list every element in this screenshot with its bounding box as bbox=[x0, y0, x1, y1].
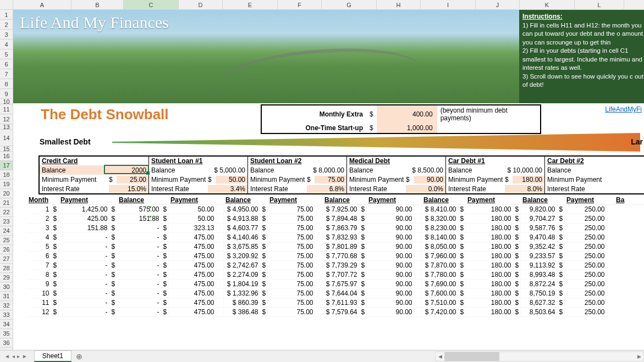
column-header[interactable]: E bbox=[223, 0, 278, 9]
schedule-cell[interactable]: 180.00 bbox=[465, 214, 514, 224]
schedule-cell[interactable]: 75.00 bbox=[267, 261, 316, 270]
schedule-cell[interactable]: $ 7,801.89 bbox=[322, 242, 360, 252]
schedule-cell[interactable]: 1 bbox=[26, 205, 52, 214]
schedule-row[interactable]: 11$-$-$475.00$ 860.39$75.00$ 7,611.93$90… bbox=[26, 298, 644, 308]
schedule-cell[interactable]: 180.00 bbox=[465, 261, 514, 270]
row-header[interactable]: 3 bbox=[0, 30, 13, 40]
row-header[interactable]: 36 bbox=[0, 338, 13, 348]
currency-symbol[interactable]: $ bbox=[110, 280, 117, 289]
schedule-cell[interactable]: 75.00 bbox=[267, 242, 316, 252]
currency-symbol[interactable]: $ bbox=[459, 233, 465, 242]
schedule-cell[interactable]: 75.00 bbox=[267, 280, 316, 289]
currency-symbol[interactable]: $ bbox=[360, 242, 366, 252]
monthly-extra-input[interactable]: 400.00 bbox=[377, 105, 437, 123]
schedule-cell[interactable]: $ 860.39 bbox=[223, 298, 261, 308]
schedule-row[interactable]: 12$-$-$475.00$ 386.48$75.00$ 7,579.64$90… bbox=[26, 308, 644, 317]
schedule-cell[interactable] bbox=[415, 242, 421, 252]
schedule-cell[interactable]: 475.00 bbox=[168, 280, 217, 289]
schedule-cell[interactable] bbox=[316, 242, 322, 252]
currency-symbol[interactable]: $ bbox=[261, 308, 267, 317]
currency-symbol[interactable]: $ bbox=[514, 280, 520, 289]
schedule-cell[interactable]: 90.00 bbox=[366, 233, 415, 242]
currency-symbol[interactable]: $ bbox=[110, 205, 117, 214]
schedule-row[interactable]: 2$425.00$151.88$50.00$ 4,913.88$75.00$ 7… bbox=[26, 214, 644, 224]
row-header[interactable]: 18 bbox=[0, 170, 13, 180]
currency-symbol[interactable]: $ bbox=[558, 242, 564, 252]
schedule-cell[interactable]: $ 7,739.29 bbox=[322, 261, 360, 270]
horizontal-scrollbar[interactable]: ◀ ▶ bbox=[435, 352, 644, 361]
tab-nav-first-icon[interactable]: ◄ bbox=[4, 353, 10, 359]
schedule-cell[interactable] bbox=[415, 270, 421, 280]
balance-value[interactable]: $ 10,000.00 bbox=[505, 166, 544, 174]
currency-symbol[interactable]: $ bbox=[261, 280, 267, 289]
schedule-cell[interactable] bbox=[217, 214, 223, 224]
schedule-cell[interactable]: $ 7,960.00 bbox=[421, 252, 459, 261]
schedule-cell[interactable]: 323.13 bbox=[168, 224, 217, 233]
currency-symbol[interactable]: $ bbox=[558, 308, 564, 317]
row-header[interactable]: 13 bbox=[0, 124, 13, 130]
currency-symbol[interactable]: $ bbox=[162, 280, 168, 289]
startup-input[interactable]: 1,000.00 bbox=[377, 123, 437, 133]
currency-symbol[interactable]: $ bbox=[52, 289, 58, 298]
schedule-cell[interactable]: 12 bbox=[26, 308, 52, 317]
schedule-cell[interactable]: - bbox=[117, 270, 162, 280]
schedule-cell[interactable]: 75.00 bbox=[267, 289, 316, 298]
currency-symbol[interactable]: $ bbox=[110, 261, 117, 270]
schedule-cell[interactable]: $ 2,274.09 bbox=[223, 270, 261, 280]
currency-symbol[interactable]: $ bbox=[459, 308, 465, 317]
schedule-table[interactable]: MonthPaymentBalancePaymentBalancePayment… bbox=[26, 196, 644, 317]
currency-symbol[interactable]: $ bbox=[261, 252, 267, 261]
currency-symbol[interactable]: $ bbox=[162, 289, 168, 298]
column-header[interactable]: F bbox=[278, 0, 322, 9]
schedule-cell[interactable]: 180.00 bbox=[465, 205, 514, 214]
row-header[interactable]: 8 bbox=[0, 79, 13, 89]
currency-symbol[interactable]: $ bbox=[514, 252, 520, 261]
schedule-cell[interactable]: $ 8,230.00 bbox=[421, 224, 459, 233]
currency-symbol[interactable]: $ bbox=[261, 205, 267, 214]
currency-symbol[interactable]: $ bbox=[162, 270, 168, 280]
schedule-cell[interactable] bbox=[217, 261, 223, 270]
schedule-cell[interactable]: 90.00 bbox=[366, 270, 415, 280]
currency-symbol[interactable]: $ bbox=[162, 308, 168, 317]
row-headers[interactable]: 1234567891011121314151617181920212223242… bbox=[0, 10, 13, 350]
schedule-cell[interactable] bbox=[217, 289, 223, 298]
currency-symbol[interactable]: $ bbox=[52, 252, 58, 261]
schedule-cell[interactable] bbox=[316, 280, 322, 289]
schedule-cell[interactable]: - bbox=[117, 242, 162, 252]
schedule-cell[interactable]: $ 3,209.92 bbox=[223, 252, 261, 261]
schedule-row[interactable]: 6$-$-$475.00$ 3,209.92$75.00$ 7,770.68$9… bbox=[26, 252, 644, 261]
schedule-cell[interactable]: 2 bbox=[26, 214, 52, 224]
currency-symbol[interactable]: $ bbox=[514, 242, 520, 252]
schedule-cell[interactable] bbox=[316, 233, 322, 242]
schedule-cell[interactable]: $ 7,675.97 bbox=[322, 280, 360, 289]
currency-symbol[interactable]: $ bbox=[514, 224, 520, 233]
currency-symbol[interactable]: $ bbox=[558, 214, 564, 224]
column-header[interactable]: L bbox=[575, 0, 624, 9]
column-header[interactable]: D bbox=[179, 0, 223, 9]
currency-symbol[interactable]: $ bbox=[459, 270, 465, 280]
schedule-cell[interactable]: 8,993.48 bbox=[520, 270, 558, 280]
row-header[interactable]: 21 bbox=[0, 198, 13, 208]
currency-symbol[interactable]: $ bbox=[261, 242, 267, 252]
schedule-cell[interactable]: 425.00 bbox=[58, 214, 110, 224]
schedule-cell[interactable]: - bbox=[117, 252, 162, 261]
row-header[interactable]: 23 bbox=[0, 217, 13, 226]
currency-symbol[interactable]: $ bbox=[360, 289, 366, 298]
currency-symbol[interactable]: $ bbox=[110, 298, 117, 308]
schedule-cell[interactable]: 9,352.42 bbox=[520, 242, 558, 252]
schedule-row[interactable]: 3$151.88$-$323.13$ 4,603.77$75.00$ 7,863… bbox=[26, 224, 644, 233]
schedule-cell[interactable]: $ 3,675.85 bbox=[223, 242, 261, 252]
currency-symbol[interactable]: $ bbox=[459, 261, 465, 270]
currency-symbol[interactable]: $ bbox=[162, 233, 168, 242]
schedule-cell[interactable] bbox=[217, 280, 223, 289]
schedule-cell[interactable]: 75.00 bbox=[267, 224, 316, 233]
schedule-row[interactable]: 4$-$-$475.00$ 4,140.46$75.00$ 7,832.93$9… bbox=[26, 233, 644, 242]
schedule-cell[interactable]: 50.00 bbox=[168, 214, 217, 224]
row-header[interactable]: 6 bbox=[0, 59, 13, 69]
schedule-cell[interactable]: 90.00 bbox=[366, 242, 415, 252]
schedule-cell[interactable]: 250.00 bbox=[564, 308, 607, 317]
currency-symbol[interactable]: $ bbox=[162, 214, 168, 224]
currency-symbol[interactable]: $ bbox=[360, 233, 366, 242]
schedule-cell[interactable]: 250.00 bbox=[564, 233, 607, 242]
currency-symbol[interactable]: $ bbox=[360, 261, 366, 270]
